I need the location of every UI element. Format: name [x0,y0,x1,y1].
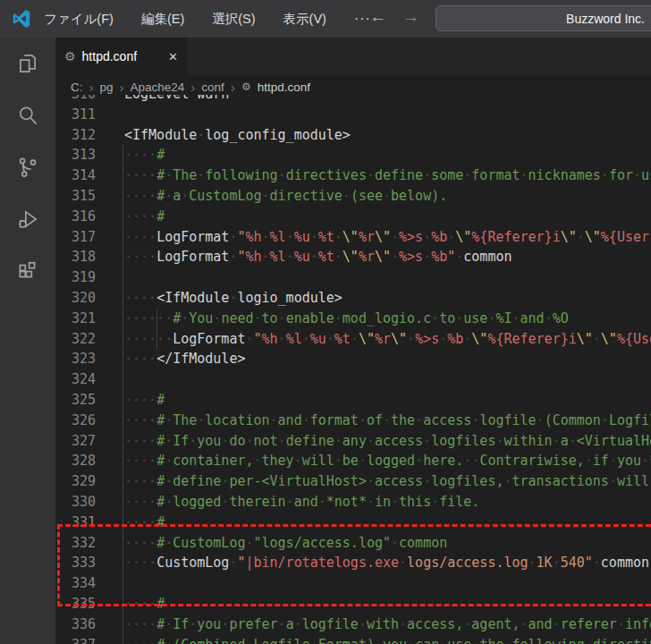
code-line[interactable]: 330····#·logged·therein·and·*not*·in·thi… [55,492,651,513]
line-number[interactable]: 325 [55,390,96,411]
code-text: ····#·(Combined·Logfile·Format)·you·can·… [96,635,651,644]
run-debug-icon[interactable] [0,193,55,245]
vscode-logo-icon [12,9,31,29]
code-text: ····# [96,145,165,165]
code-line[interactable]: 313····# [55,145,651,165]
code-line[interactable]: 321······#·You·need·to·enable·mod_logio.… [55,309,651,329]
code-line[interactable]: 334 [55,573,651,594]
line-number[interactable]: 337 [55,635,96,644]
code-text: ····#·a·CustomLog·directive·(see·below). [96,186,447,207]
tab-close-icon[interactable]: ✕ [168,50,178,64]
code-text: ····CustomLog·"|bin/rotatelogs.exe·logs/… [96,553,649,573]
chevron-right-icon: › [120,80,124,95]
explorer-icon[interactable] [0,38,55,89]
line-number[interactable]: 310 [55,95,96,105]
code-lines: 310LogLevel·warn311312<IfModule·log_conf… [55,95,651,644]
code-line[interactable]: 331····# [55,513,651,533]
code-line[interactable]: 329····#·define·per-<VirtualHost>·access… [55,471,651,492]
activity-bar [0,38,55,644]
code-text: ····#·container,·they·will·be·logged·her… [96,451,651,471]
menu-view[interactable]: 表示(V) [283,11,326,28]
code-text: ······LogFormat·"%h·%l·%u·%t·\"%r\"·%>s·… [96,329,651,350]
breadcrumb-file[interactable]: httpd.conf [258,80,310,94]
line-number[interactable]: 326 [55,411,96,431]
code-line[interactable]: 335····# [55,594,651,614]
line-number[interactable]: 320 [55,288,96,309]
code-line[interactable]: 324 [55,369,651,390]
line-number[interactable]: 332 [55,533,96,554]
code-text [96,369,124,390]
code-line[interactable]: 336····#·If·you·prefer·a·logfile·with·ac… [55,614,651,635]
code-text: LogLevel·warn [96,95,229,105]
code-line[interactable]: 310LogLevel·warn [55,95,651,105]
code-line[interactable]: 318····LogFormat·"%h·%l·%u·%t·\"%r\"·%>s… [55,247,651,267]
breadcrumb-apache24[interactable]: Apache24 [131,80,185,94]
line-number[interactable]: 323 [55,349,96,369]
code-line[interactable]: 332····#·CustomLog·"logs/access.log"·com… [55,533,651,554]
code-line[interactable]: 337····#·(Combined·Logfile·Format)·you·c… [55,635,651,644]
line-number[interactable]: 316 [55,207,96,227]
back-arrow-icon[interactable]: ← [369,7,386,27]
source-control-icon[interactable] [0,141,55,193]
code-line[interactable]: 311 [55,105,651,125]
code-line[interactable]: 316····# [55,207,651,227]
conf-file-gear-icon: ⚙ [241,80,251,93]
breadcrumb-pg[interactable]: pg [100,80,114,94]
line-number[interactable]: 331 [55,513,96,533]
menu-edit[interactable]: 編集(E) [141,11,184,28]
code-text: ····#·If·you·do·not·define·any·access·lo… [96,431,651,452]
line-number[interactable]: 327 [55,431,96,452]
code-text: ····#·define·per-<VirtualHost>·access·lo… [96,471,651,492]
code-text: ····</IfModule> [96,349,245,369]
code-line[interactable]: 323····</IfModule> [55,349,651,369]
line-number[interactable]: 336 [55,614,96,635]
line-number[interactable]: 322 [55,329,96,350]
code-text: ····# [96,390,165,411]
code-line[interactable]: 325····# [55,390,651,411]
code-line[interactable]: 319 [55,267,651,288]
line-number[interactable]: 311 [55,105,96,125]
search-icon[interactable] [0,89,55,141]
line-number[interactable]: 312 [55,125,96,146]
tab-bar: ⚙ httpd.conf ✕ [55,38,651,75]
line-number[interactable]: 334 [55,573,96,594]
extensions-icon[interactable] [0,245,55,297]
code-line[interactable]: 320····<IfModule·logio_module> [55,288,651,309]
line-number[interactable]: 318 [55,247,96,267]
line-number[interactable]: 315 [55,186,96,207]
line-number[interactable]: 329 [55,471,96,492]
menu-file[interactable]: ファイル(F) [44,11,114,28]
code-line[interactable]: 312<IfModule·log_config_module> [55,125,651,146]
line-number[interactable]: 313 [55,145,96,165]
line-number[interactable]: 324 [55,369,96,390]
tab-httpd-conf[interactable]: ⚙ httpd.conf ✕ [55,38,187,75]
code-line[interactable]: 327····#·If·you·do·not·define·any·access… [55,431,651,452]
title-bar: ファイル(F) 編集(E) 選択(S) 表示(V) ··· ← → Buzzwo… [0,0,651,38]
code-line[interactable]: 328····#·container,·they·will·be·logged·… [55,451,651,471]
breadcrumb-drive[interactable]: C: [71,80,83,94]
tab-title: httpd.conf [82,49,138,64]
line-number[interactable]: 317 [55,227,96,248]
line-number[interactable]: 330 [55,492,96,513]
code-line[interactable]: 326····#·The·location·and·format·of·the·… [55,411,651,431]
code-text: ····# [96,513,165,533]
code-line[interactable]: 315····#·a·CustomLog·directive·(see·belo… [55,186,651,207]
menu-bar: ファイル(F) 編集(E) 選択(S) 表示(V) ··· [44,0,371,38]
code-editor[interactable]: 310LogLevel·warn311312<IfModule·log_conf… [55,95,651,644]
code-text: <IfModule·log_config_module> [96,125,351,146]
code-line[interactable]: 317····LogFormat·"%h·%l·%u·%t·\"%r\"·%>s… [55,227,651,248]
line-number[interactable]: 314 [55,165,96,186]
code-text: ····# [96,594,165,614]
line-number[interactable]: 333 [55,553,96,573]
line-number[interactable]: 335 [55,594,96,614]
line-number[interactable]: 321 [55,309,96,329]
forward-arrow-icon[interactable]: → [402,7,419,27]
code-line[interactable]: 322······LogFormat·"%h·%l·%u·%t·\"%r\"·%… [55,329,651,350]
code-line[interactable]: 333····CustomLog·"|bin/rotatelogs.exe·lo… [55,553,651,573]
command-center-search[interactable]: Buzzword Inc. [435,5,651,31]
breadcrumb-conf[interactable]: conf [201,80,224,94]
line-number[interactable]: 319 [55,267,96,288]
line-number[interactable]: 328 [55,451,96,471]
menu-selection[interactable]: 選択(S) [212,11,255,28]
code-line[interactable]: 314····#·The·following·directives·define… [55,165,651,186]
